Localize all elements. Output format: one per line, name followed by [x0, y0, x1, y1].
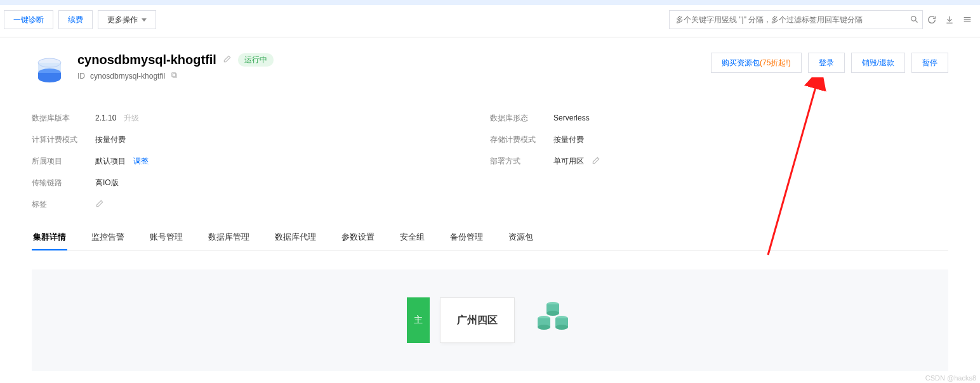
edit-deploy-icon[interactable]	[592, 156, 600, 167]
copy-icon[interactable]	[170, 71, 178, 81]
svg-point-18	[555, 325, 568, 330]
renew-button[interactable]: 续费	[58, 10, 93, 29]
node-role-badge: 主	[407, 297, 430, 343]
tab-db-proxy[interactable]: 数据库代理	[274, 225, 317, 250]
diagnose-button[interactable]: 一键诊断	[4, 10, 53, 29]
svg-line-1	[915, 20, 917, 22]
buy-label: 购买资源包	[722, 58, 760, 68]
tabs: 集群详情 监控告警 账号管理 数据库管理 数据库代理 参数设置 安全组 备份管理…	[32, 225, 948, 250]
svg-point-12	[546, 311, 559, 316]
tab-cluster-detail[interactable]: 集群详情	[32, 225, 67, 250]
value-db-form: Serverless	[553, 114, 590, 122]
cluster-icon	[533, 299, 573, 342]
topology-panel: 主 广州四区	[32, 269, 948, 371]
label-deploy: 部署方式	[490, 156, 553, 167]
label-project: 所属项目	[32, 156, 95, 167]
toolbar: 一键诊断 续费 更多操作	[0, 5, 980, 37]
tab-resource-pack[interactable]: 资源包	[507, 225, 534, 250]
info-grid: 数据库版本 2.1.10 升级 计算计费模式 按量付费 所属项目 默认项目 调整…	[32, 107, 948, 215]
value-link: 高IO版	[95, 178, 119, 188]
value-deploy: 单可用区	[553, 156, 584, 167]
tab-backup[interactable]: 备份管理	[449, 225, 484, 250]
download-icon[interactable]	[941, 10, 958, 29]
action-buttons: 购买资源包(75折起!) 登录 销毁/退款 暂停	[711, 53, 948, 73]
upgrade-link[interactable]: 升级	[124, 113, 139, 124]
tab-monitor[interactable]: 监控告警	[90, 225, 126, 250]
database-icon	[32, 53, 67, 88]
svg-rect-8	[173, 74, 176, 77]
svg-point-15	[538, 325, 550, 330]
value-storage-mode: 按量付费	[553, 134, 584, 145]
tab-security[interactable]: 安全组	[399, 225, 426, 250]
value-compute-mode: 按量付费	[95, 134, 126, 145]
value-version: 2.1.10	[95, 114, 116, 122]
value-project: 默认项目	[95, 156, 126, 167]
project-adjust-link[interactable]: 调整	[133, 156, 149, 167]
label-db-form: 数据库形态	[490, 113, 553, 124]
search-input[interactable]	[669, 10, 923, 29]
login-button[interactable]: 登录	[808, 53, 845, 73]
svg-point-0	[911, 16, 917, 22]
tab-account[interactable]: 账号管理	[149, 225, 184, 250]
pause-button[interactable]: 暂停	[911, 53, 948, 73]
id-value: cynosdbmysql-khogtfil	[90, 72, 165, 81]
label-version: 数据库版本	[32, 113, 95, 124]
label-storage-mode: 存储计费模式	[490, 134, 553, 145]
more-actions-button[interactable]: 更多操作	[98, 10, 156, 29]
edit-tag-icon[interactable]	[95, 199, 104, 210]
label-link: 传输链路	[32, 178, 95, 188]
svg-rect-9	[172, 73, 176, 77]
tab-db-manage[interactable]: 数据库管理	[207, 225, 251, 250]
destroy-button[interactable]: 销毁/退款	[851, 53, 905, 73]
label-compute-mode: 计算计费模式	[32, 134, 95, 145]
tab-params[interactable]: 参数设置	[340, 225, 376, 250]
zone-card[interactable]: 广州四区	[440, 297, 515, 343]
settings-icon[interactable]	[958, 10, 976, 29]
cluster-title: cynosdbmysql-khogtfil	[77, 53, 216, 67]
label-tag: 标签	[32, 199, 95, 210]
search-icon[interactable]	[910, 15, 919, 26]
status-badge: 运行中	[238, 53, 274, 67]
discount-text: (75折起!)	[760, 58, 791, 68]
cluster-header: cynosdbmysql-khogtfil 运行中 ID cynosdbmysq…	[32, 53, 948, 88]
edit-name-icon[interactable]	[223, 55, 232, 65]
buy-package-button[interactable]: 购买资源包(75折起!)	[711, 53, 802, 73]
refresh-icon[interactable]	[923, 10, 941, 29]
id-label: ID	[77, 72, 85, 81]
